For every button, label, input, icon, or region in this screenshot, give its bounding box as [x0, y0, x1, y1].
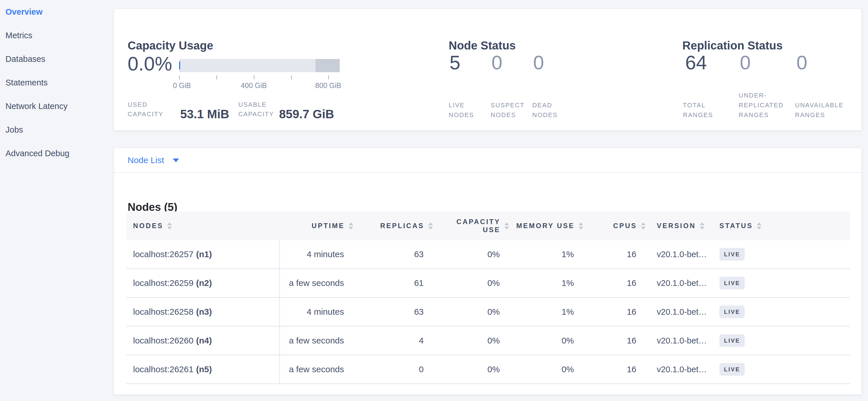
capacity-bar-used-marker: [179, 62, 180, 69]
column-header-nodes[interactable]: NODES: [126, 211, 280, 240]
dead-nodes-count: 0: [533, 52, 544, 74]
table-row-node-5[interactable]: localhost:26261 (n5) a few seconds 0 0% …: [126, 355, 850, 384]
tick-label-0: 0 GiB: [173, 81, 191, 90]
capacity-bar-ticks: [179, 75, 340, 79]
table-row-node-1[interactable]: localhost:26257 (n1) 4 minutes 63 0% 1% …: [126, 240, 850, 269]
dead-nodes-label: DEAD NODES: [532, 101, 561, 120]
replicas-cell: 4: [353, 326, 433, 355]
sidebar-item-databases[interactable]: Databases: [0, 47, 114, 71]
cluster-summary-card: Capacity Usage 0.0% 0 GiB 400 GiB 800 Gi…: [114, 9, 862, 131]
capacity-usage-title: Capacity Usage: [128, 39, 213, 52]
version-cell: v20.1.0-bet…: [646, 298, 716, 326]
unavailable-ranges-label: UNAVAILABLE RANGES: [795, 101, 854, 120]
under-replicated-ranges-count: 0: [740, 52, 751, 74]
under-replicated-ranges-label: UNDER-REPLICATED RANGES: [739, 91, 792, 120]
status-cell: LIVE: [716, 355, 850, 383]
column-header-status[interactable]: STATUS: [716, 211, 850, 240]
node-status-title: Node Status: [449, 39, 516, 52]
sort-icon[interactable]: [700, 222, 705, 230]
tick-label-400: 400 GiB: [241, 81, 267, 90]
capacity-bar-other-segment: [316, 59, 340, 72]
sidebar-item-advanced-debug[interactable]: Advanced Debug: [0, 142, 114, 165]
used-capacity-label: USED CAPACITY: [128, 100, 171, 119]
uptime-cell: a few seconds: [280, 269, 353, 297]
cpus-cell: 16: [583, 269, 646, 297]
capacity-use-cell: 0%: [433, 240, 509, 268]
memory-use-cell: 1%: [509, 269, 583, 297]
memory-use-cell: 0%: [509, 326, 583, 355]
table-row-node-3[interactable]: localhost:26258 (n3) 4 minutes 63 0% 1% …: [126, 298, 850, 326]
table-row-node-2[interactable]: localhost:26259 (n2) a few seconds 61 0%…: [126, 269, 850, 298]
chevron-down-icon: [173, 159, 179, 162]
total-ranges-label: TOTAL RANGES: [683, 101, 715, 120]
column-header-memory-use[interactable]: MEMORY USE: [509, 211, 583, 240]
live-nodes-label: LIVE NODES: [449, 101, 477, 120]
cpus-cell: 16: [583, 240, 646, 268]
sort-icon[interactable]: [641, 222, 646, 230]
status-badge: LIVE: [719, 334, 745, 347]
capacity-use-cell: 0%: [433, 298, 509, 326]
uptime-cell: 4 minutes: [280, 240, 353, 268]
sort-icon[interactable]: [428, 222, 433, 230]
usable-capacity-value: 859.7 GiB: [279, 107, 334, 121]
column-header-uptime[interactable]: UPTIME: [280, 211, 353, 240]
capacity-usage-percent: 0.0%: [128, 53, 172, 75]
uptime-cell: a few seconds: [280, 355, 353, 383]
suspect-nodes-label: SUSPECT NODES: [491, 101, 528, 120]
node-address-cell[interactable]: localhost:26257 (n1): [126, 240, 280, 268]
status-cell: LIVE: [716, 269, 850, 297]
capacity-use-cell: 0%: [433, 269, 509, 297]
version-cell: v20.1.0-bet…: [646, 355, 716, 383]
sidebar-item-overview[interactable]: Overview: [0, 0, 114, 24]
status-cell: LIVE: [716, 240, 850, 268]
sidebar-item-statements[interactable]: Statements: [0, 71, 114, 94]
memory-use-cell: 1%: [509, 240, 583, 268]
status-cell: LIVE: [716, 298, 850, 326]
sort-icon[interactable]: [349, 222, 353, 230]
node-list-dropdown-label: Node List: [128, 155, 164, 165]
version-cell: v20.1.0-bet…: [646, 269, 716, 297]
status-badge: LIVE: [719, 277, 745, 289]
replicas-cell: 61: [353, 269, 433, 297]
sidebar-item-metrics[interactable]: Metrics: [0, 24, 114, 47]
node-address-cell[interactable]: localhost:26261 (n5): [126, 355, 280, 383]
total-ranges-count: 64: [685, 52, 707, 74]
sort-icon[interactable]: [504, 222, 509, 230]
uptime-cell: 4 minutes: [280, 298, 353, 326]
table-row-node-4[interactable]: localhost:26260 (n4) a few seconds 4 0% …: [126, 326, 850, 355]
status-badge: LIVE: [719, 363, 745, 376]
uptime-cell: a few seconds: [280, 326, 353, 355]
sort-icon[interactable]: [579, 222, 583, 230]
column-header-version[interactable]: VERSION: [646, 211, 716, 240]
sort-icon[interactable]: [757, 222, 762, 230]
version-cell: v20.1.0-bet…: [646, 240, 716, 268]
status-cell: LIVE: [716, 326, 850, 355]
replicas-cell: 63: [353, 240, 433, 268]
status-badge: LIVE: [719, 248, 745, 261]
node-list-dropdown[interactable]: Node List: [114, 148, 861, 173]
tick-label-800: 800 GiB: [315, 81, 341, 90]
replicas-cell: 0: [353, 355, 433, 383]
status-badge: LIVE: [719, 306, 745, 318]
sort-icon[interactable]: [167, 222, 172, 230]
capacity-use-cell: 0%: [433, 326, 509, 355]
sidebar-item-jobs[interactable]: Jobs: [0, 118, 114, 142]
node-address-cell[interactable]: localhost:26259 (n2): [126, 269, 280, 297]
column-header-cpus[interactable]: CPUS: [583, 211, 646, 240]
column-header-capacity-use[interactable]: CAPACITY USE: [433, 211, 509, 240]
memory-use-cell: 1%: [509, 298, 583, 326]
node-address-cell[interactable]: localhost:26258 (n3): [126, 298, 280, 326]
sidebar-item-network-latency[interactable]: Network Latency: [0, 94, 114, 118]
nodes-table: NODES UPTIME REPLICAS CAPACITY USE MEMOR…: [126, 211, 850, 384]
node-list-card: Node List Nodes (5) NODES UPTIME REPLICA…: [114, 148, 862, 395]
node-address-cell[interactable]: localhost:26260 (n4): [126, 326, 280, 355]
column-header-replicas[interactable]: REPLICAS: [353, 211, 433, 240]
memory-use-cell: 0%: [509, 355, 583, 383]
cockroachdb-admin-overview-page: { "sidebar": { "items": [ {"label": "Ove…: [0, 0, 868, 401]
nodes-table-header: NODES UPTIME REPLICAS CAPACITY USE MEMOR…: [126, 211, 850, 240]
capacity-use-cell: 0%: [433, 355, 509, 383]
usable-capacity-label: USABLE CAPACITY: [238, 100, 281, 119]
cpus-cell: 16: [583, 326, 646, 355]
suspect-nodes-count: 0: [492, 52, 502, 74]
replication-status-title: Replication Status: [682, 39, 783, 52]
